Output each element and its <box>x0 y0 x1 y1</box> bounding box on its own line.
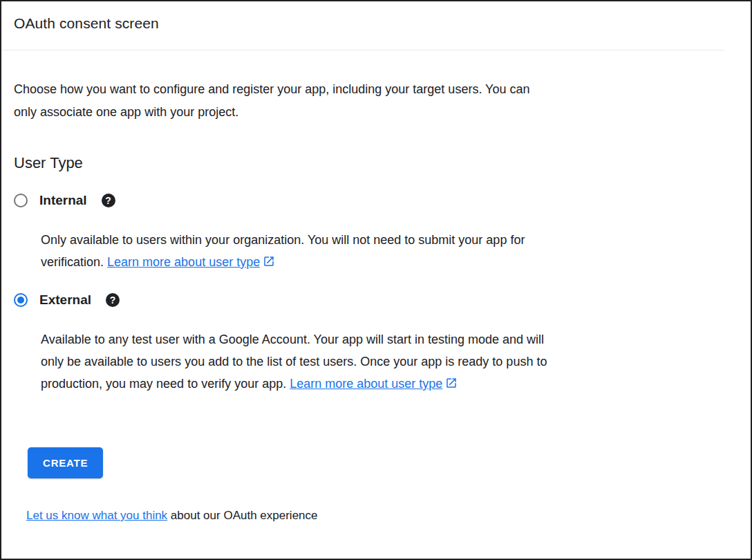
learn-more-link-external[interactable]: Learn more about user type <box>290 377 458 391</box>
feedback-footer: Let us know what you think about our OAu… <box>26 509 738 523</box>
learn-more-link-internal[interactable]: Learn more about user type <box>107 255 275 269</box>
radio-external[interactable] <box>14 293 28 307</box>
option-label-external: External <box>39 292 91 308</box>
option-desc-external: Available to any test user with a Google… <box>41 328 567 396</box>
help-icon-internal[interactable]: ? <box>102 194 115 207</box>
option-row-external[interactable]: External ? <box>14 292 738 308</box>
option-label-internal: Internal <box>39 193 87 208</box>
help-icon-external[interactable]: ? <box>106 293 120 307</box>
open-in-new-icon <box>263 252 275 274</box>
oauth-consent-page: OAuth consent screen Choose how you want… <box>0 0 752 560</box>
user-type-heading: User Type <box>14 154 738 172</box>
option-row-internal[interactable]: Internal ? <box>14 193 738 208</box>
feedback-link[interactable]: Let us know what you think <box>26 509 167 522</box>
open-in-new-icon <box>445 374 458 396</box>
page-title: OAuth consent screen <box>14 15 738 32</box>
option-desc-internal: Only available to users within your orga… <box>41 229 556 274</box>
feedback-rest-text: about our OAuth experience <box>167 509 317 522</box>
learn-more-link-internal-label: Learn more about user type <box>107 255 260 269</box>
page-header: OAuth consent screen <box>1 1 751 50</box>
create-button[interactable]: CREATE <box>28 447 103 478</box>
learn-more-link-external-label: Learn more about user type <box>290 377 442 391</box>
intro-text: Choose how you want to configure and reg… <box>14 78 546 124</box>
radio-internal[interactable] <box>14 194 28 207</box>
main-content: Choose how you want to configure and reg… <box>1 50 751 523</box>
